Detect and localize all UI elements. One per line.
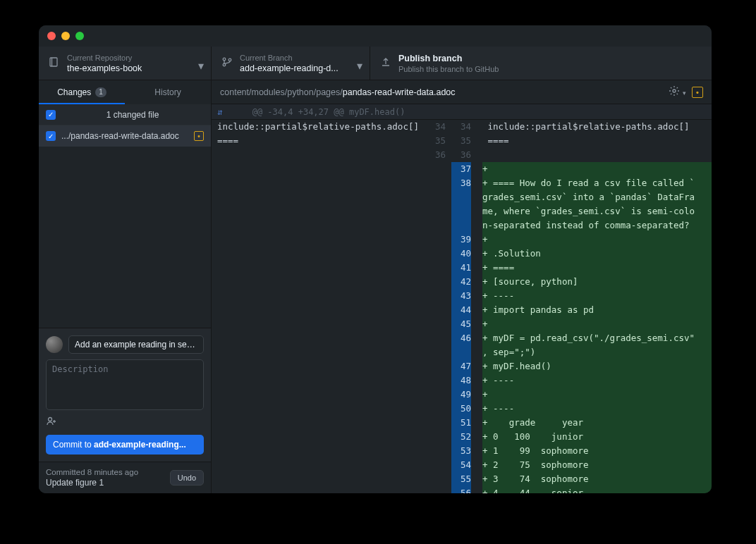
svg-rect-0 — [50, 58, 57, 66]
commit-box: Commit to add-example-reading... — [39, 328, 211, 462]
recent-commit-title: Update figure 1 — [46, 478, 164, 488]
tab-changes[interactable]: Changes 1 — [39, 80, 125, 104]
filelist-summary: 1 changed file — [61, 110, 204, 120]
gear-icon[interactable]: ▾ — [669, 85, 686, 99]
svg-point-6 — [673, 89, 676, 92]
diff-panel: content/modules/python/pages/pandas-read… — [212, 80, 712, 493]
modified-icon: • — [194, 131, 204, 141]
path-bar: content/modules/python/pages/pandas-read… — [212, 80, 712, 104]
select-all-checkbox[interactable]: ✓ — [46, 110, 56, 120]
avatar[interactable] — [46, 336, 63, 353]
branch-value: add-example-reading-d... — [240, 63, 360, 74]
commit-description-input[interactable] — [46, 359, 204, 410]
publish-title: Publish branch — [398, 53, 499, 64]
branch-icon — [221, 56, 233, 70]
repo-selector[interactable]: Current Repository the-examples-book ▾ — [39, 47, 212, 80]
hunk-header-spacer — [451, 104, 712, 120]
tab-history[interactable]: History — [125, 80, 211, 104]
titlebar — [39, 25, 712, 47]
repo-value: the-examples-book — [67, 63, 201, 74]
recent-commit: Committed 8 minutes ago Update figure 1 … — [39, 462, 211, 493]
close-window-button[interactable] — [47, 32, 56, 40]
recent-commit-time: Committed 8 minutes ago — [46, 468, 164, 476]
expand-hunk-icon[interactable]: ⇵ — [217, 105, 222, 119]
upload-icon — [380, 56, 391, 70]
tab-history-label: History — [154, 87, 181, 97]
tab-changes-label: Changes — [57, 87, 91, 97]
file-name: .../pandas-read-write-data.adoc — [61, 131, 188, 141]
branch-label: Current Branch — [240, 53, 360, 63]
file-checkbox[interactable]: ✓ — [46, 131, 56, 141]
file-path: content/modules/python/pages/pandas-read… — [220, 87, 663, 97]
repo-icon — [49, 56, 60, 70]
left-panel: Changes 1 History ✓ 1 changed file ✓ ...… — [39, 80, 212, 493]
svg-point-2 — [223, 58, 226, 61]
svg-point-5 — [49, 418, 52, 421]
maximize-window-button[interactable] — [75, 32, 84, 40]
chevron-down-icon: ▾ — [198, 59, 204, 73]
diff-view[interactable]: ⇵ @@ -34,4 +34,27 @@ myDF.head() include… — [212, 104, 712, 493]
minimize-window-button[interactable] — [61, 32, 70, 40]
diff-new: 3435363738394041424344454647484950515253… — [451, 104, 712, 493]
filelist: ✓ .../pandas-read-write-data.adoc • — [39, 125, 211, 147]
hunk-header[interactable]: ⇵ @@ -34,4 +34,27 @@ myDF.head() — [212, 104, 451, 120]
commit-summary-input[interactable] — [68, 335, 204, 354]
chevron-down-icon: ▾ — [357, 59, 362, 73]
add-coauthor-button[interactable] — [46, 416, 204, 429]
tab-bar: Changes 1 History — [39, 80, 211, 104]
publish-button[interactable]: Publish branch Publish this branch to Gi… — [370, 47, 712, 80]
diff-old: ⇵ @@ -34,4 +34,27 @@ myDF.head() include… — [212, 104, 451, 493]
commit-button[interactable]: Commit to add-example-reading... — [46, 435, 204, 455]
file-row[interactable]: ✓ .../pandas-read-write-data.adoc • — [39, 125, 211, 147]
undo-button[interactable]: Undo — [170, 470, 204, 486]
body: Changes 1 History ✓ 1 changed file ✓ ...… — [39, 80, 712, 493]
branch-selector[interactable]: Current Branch add-example-reading-d... … — [212, 47, 370, 80]
publish-sub: Publish this branch to GitHub — [398, 64, 499, 74]
modified-icon: • — [692, 87, 703, 98]
changes-count-badge: 1 — [95, 87, 106, 97]
filelist-header[interactable]: ✓ 1 changed file — [39, 104, 211, 125]
app-window: Current Repository the-examples-book ▾ C… — [39, 25, 712, 493]
repo-label: Current Repository — [67, 53, 201, 63]
toolbar: Current Repository the-examples-book ▾ C… — [39, 47, 712, 80]
svg-point-4 — [228, 58, 231, 61]
